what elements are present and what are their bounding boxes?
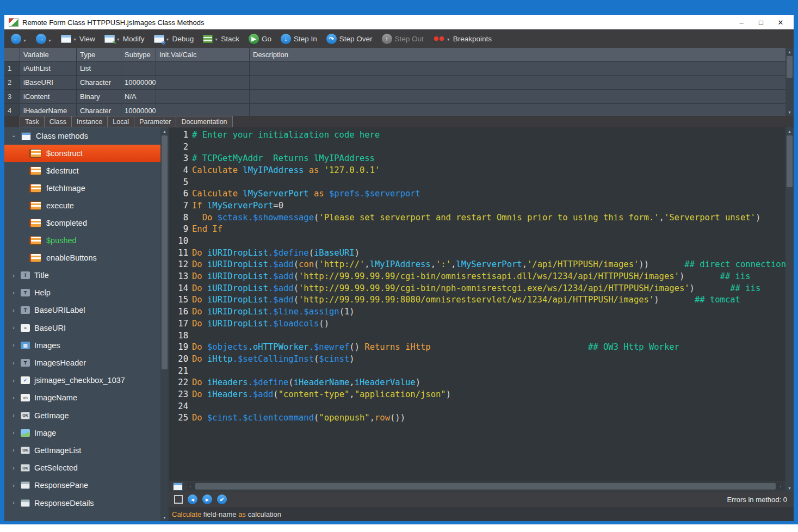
- close-button[interactable]: ✕: [771, 16, 790, 28]
- scroll-up-icon[interactable]: ▲: [785, 48, 794, 55]
- method-item[interactable]: $destruct: [4, 162, 160, 180]
- breakpoints-button[interactable]: ▼ Breakpoints: [433, 35, 492, 43]
- chevron-right-icon[interactable]: ›: [11, 500, 16, 506]
- back-button[interactable]: ← ▼: [11, 34, 27, 44]
- tab-class[interactable]: Class: [45, 116, 72, 127]
- scroll-down-icon[interactable]: ▼: [785, 484, 794, 492]
- field-item[interactable]: ›✓jsimages_checkbox_1037: [4, 372, 160, 389]
- code-line[interactable]: 2: [169, 141, 785, 153]
- column-header[interactable]: Subtype: [121, 48, 156, 61]
- code-line[interactable]: 15Do iURIDropList.$add('http://99.99.99.…: [169, 294, 785, 306]
- scrollbar-thumb[interactable]: [162, 135, 168, 369]
- chevron-right-icon[interactable]: ›: [11, 290, 16, 296]
- variable-cell[interactable]: N/A: [121, 90, 156, 103]
- class-methods-header[interactable]: › Class methods: [4, 127, 160, 145]
- field-item[interactable]: ›OKGetImage: [4, 407, 160, 424]
- editor-vscrollbar[interactable]: ▲ ▼: [785, 127, 794, 492]
- field-item[interactable]: ›OKGetImageList: [4, 442, 160, 459]
- field-item[interactable]: ›TBaseURILabel: [4, 301, 160, 319]
- code-line[interactable]: 11Do iURIDropList.$define(iBaseURI): [169, 247, 785, 259]
- title-bar[interactable]: Remote Form Class HTTPPUSH.jsImages Clas…: [4, 15, 794, 29]
- field-item[interactable]: ›≡BaseURI: [4, 319, 160, 337]
- code-line[interactable]: 10: [169, 235, 785, 247]
- method-item[interactable]: $completed: [4, 214, 160, 232]
- sidebar-scrollbar[interactable]: ▲ ▼: [160, 127, 169, 521]
- variable-row[interactable]: 2iBaseURICharacter10000000: [4, 76, 785, 90]
- variable-row[interactable]: 3iContentBinaryN/A: [4, 90, 785, 104]
- chevron-right-icon[interactable]: ›: [11, 378, 16, 383]
- field-item[interactable]: ›THelp: [4, 284, 160, 301]
- method-item[interactable]: enableButtons: [4, 249, 160, 267]
- chevron-right-icon[interactable]: ›: [11, 430, 16, 436]
- tab-parameter[interactable]: Parameter: [134, 116, 176, 127]
- step-over-button[interactable]: ↷ Step Over: [326, 34, 373, 44]
- field-item[interactable]: ›abImageName: [4, 389, 160, 406]
- chevron-right-icon[interactable]: ›: [11, 447, 16, 453]
- column-header[interactable]: Description: [250, 48, 785, 61]
- field-item[interactable]: ›TTitle: [4, 267, 160, 284]
- chevron-right-icon[interactable]: ›: [11, 273, 16, 279]
- variable-cell[interactable]: iHeaderName: [20, 104, 77, 116]
- variable-cell[interactable]: 10000000: [121, 104, 156, 116]
- scroll-up-icon[interactable]: ▲: [160, 127, 169, 135]
- field-item[interactable]: ›TImagesHeader: [4, 354, 160, 372]
- chevron-right-icon[interactable]: ›: [11, 395, 16, 401]
- variable-cell[interactable]: [121, 61, 156, 75]
- code-line[interactable]: 5: [169, 176, 785, 188]
- variable-cell[interactable]: [156, 76, 250, 89]
- scroll-right-icon[interactable]: ›: [777, 485, 784, 488]
- stop-icon[interactable]: [174, 495, 183, 504]
- scrollbar-thumb[interactable]: [787, 135, 793, 187]
- variable-row[interactable]: 4iHeaderNameCharacter10000000: [4, 104, 785, 116]
- next-method-button[interactable]: ►: [202, 494, 212, 504]
- code-line[interactable]: 13Do iURIDropList.$add('http://99.99.99.…: [169, 270, 785, 282]
- code-line[interactable]: 7If lMyServerPort=0: [169, 200, 785, 212]
- scrollbar-thumb[interactable]: [195, 483, 776, 490]
- chevron-right-icon[interactable]: ›: [11, 412, 16, 418]
- code-line[interactable]: 12Do iURIDropList.$add(con('http://',lMy…: [169, 259, 785, 271]
- code-line[interactable]: 16Do iURIDropList.$line.$assign(1): [169, 306, 785, 318]
- variable-row[interactable]: 1iAuthListList: [4, 61, 785, 76]
- variable-cell[interactable]: iContent: [20, 90, 77, 103]
- scroll-down-icon[interactable]: ▼: [785, 108, 794, 116]
- variable-cell[interactable]: iBaseURI: [20, 76, 77, 89]
- horizontal-scrollbar[interactable]: ‹ ›: [187, 482, 784, 490]
- variable-cell[interactable]: [156, 90, 250, 103]
- chevron-right-icon[interactable]: ›: [11, 342, 16, 348]
- column-header[interactable]: Init.Val/Calc: [156, 48, 250, 61]
- variable-cell[interactable]: Character: [77, 76, 121, 89]
- code-line[interactable]: 17Do iURIDropList.$loadcols(): [169, 318, 785, 330]
- method-item[interactable]: execute: [4, 197, 160, 214]
- code-line[interactable]: 18: [169, 330, 785, 342]
- column-header[interactable]: Variable: [20, 48, 77, 61]
- method-list-toggle-icon[interactable]: [173, 482, 183, 491]
- chevron-right-icon[interactable]: ›: [11, 307, 16, 313]
- variable-cell[interactable]: Binary: [77, 90, 121, 103]
- code-line[interactable]: 6Calculate lMyServerPort as $prefs.$serv…: [169, 188, 785, 200]
- code-line[interactable]: 21: [169, 365, 785, 377]
- stack-button[interactable]: ▼ Stack: [203, 35, 239, 43]
- variable-cell[interactable]: [250, 61, 785, 75]
- variable-cell[interactable]: iAuthList: [20, 61, 77, 75]
- check-method-button[interactable]: ✔: [217, 494, 227, 504]
- variable-cell[interactable]: [250, 76, 785, 89]
- variable-cell[interactable]: [250, 90, 785, 103]
- method-item[interactable]: fetchImage: [4, 180, 160, 197]
- previous-method-button[interactable]: ◄: [188, 494, 197, 504]
- field-item[interactable]: ›OKGetSelected: [4, 459, 160, 477]
- code-line[interactable]: 23Do iHeaders.$add("content-type","appli…: [169, 388, 785, 400]
- code-line[interactable]: 24: [169, 400, 785, 412]
- chevron-right-icon[interactable]: ›: [11, 482, 16, 488]
- field-item[interactable]: ›Image: [4, 424, 160, 442]
- tab-task[interactable]: Task: [20, 116, 45, 127]
- variable-cell[interactable]: [156, 104, 250, 116]
- scroll-down-icon[interactable]: ▼: [160, 514, 169, 521]
- method-item[interactable]: $pushed: [4, 232, 160, 249]
- code-line[interactable]: 25Do $cinst.$clientcommand("openpush",ro…: [169, 412, 785, 424]
- column-header[interactable]: Type: [77, 48, 121, 61]
- maximize-button[interactable]: □: [751, 16, 771, 28]
- variable-cell[interactable]: [250, 104, 785, 116]
- scroll-left-icon[interactable]: ‹: [187, 485, 194, 488]
- variable-table-scrollbar[interactable]: ▲ ▼: [785, 48, 794, 116]
- scrollbar-thumb[interactable]: [787, 56, 793, 78]
